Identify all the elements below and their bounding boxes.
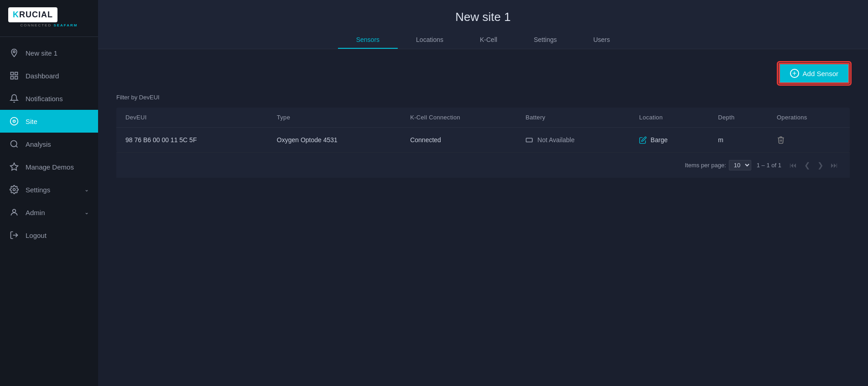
sidebar-item-analysis-label: Analysis [26,140,51,148]
sidebar: KRUCIAL CONNECTED SEAFARM New site 1 [0,0,98,386]
tab-locations[interactable]: Locations [398,31,462,49]
page-title: New site 1 [98,10,868,24]
cell-operations [768,128,850,153]
cell-battery: Not Available [516,128,630,153]
svg-rect-4 [15,77,18,79]
svg-rect-3 [11,77,14,79]
sidebar-item-settings[interactable]: Settings ⌄ [0,178,98,201]
main-content: New site 1 Sensors Locations K-Cell Sett… [98,0,868,386]
cell-location: Barge [630,128,709,153]
sidebar-item-dashboard[interactable]: Dashboard [0,64,98,87]
sidebar-item-notifications-label: Notifications [26,95,63,103]
kcell-status: Connected [410,136,441,144]
sidebar-item-manage-demos-label: Manage Demos [26,163,74,171]
svg-marker-8 [10,163,18,170]
filter-label: Filter by DevEUI [116,94,160,101]
svg-point-7 [11,141,17,147]
logo-box: KRUCIAL [8,7,57,22]
page-range: 1 – 1 of 1 [757,162,781,169]
sidebar-item-admin-label: Admin [26,209,45,216]
sidebar-item-manage-demos[interactable]: Manage Demos [0,155,98,178]
items-per-page: Items per page: 5 10 25 50 [685,160,751,170]
location-pin-icon [9,48,19,58]
tab-sensors[interactable]: Sensors [338,31,398,49]
cell-kcell: Connected [401,128,516,153]
sensor-table: DevEUI Type K-Cell Connection Battery Lo… [116,108,850,152]
location-name: Barge [650,136,667,144]
cell-deveui: 98 76 B6 00 00 11 5C 5F [116,128,268,153]
bell-icon [9,93,19,103]
logout-icon [9,230,19,240]
svg-rect-12 [526,138,533,142]
sidebar-item-settings-label: Settings [26,186,50,194]
dashboard-icon [9,71,19,81]
add-sensor-button[interactable]: + Add Sensor [779,63,850,84]
sidebar-item-site[interactable]: Site [0,110,98,133]
tab-users[interactable]: Users [575,31,629,49]
top-actions: + Add Sensor [116,63,850,84]
table-body: 98 76 B6 00 00 11 5C 5F Oxygen Optode 45… [116,128,850,153]
col-operations: Operations [768,108,850,128]
sidebar-item-notifications[interactable]: Notifications [0,87,98,110]
last-page-button[interactable]: ⏭ [828,160,841,171]
sidebar-item-logout[interactable]: Logout [0,224,98,247]
admin-icon [9,207,19,217]
sidebar-item-new-site[interactable]: New site 1 [0,41,98,64]
next-page-button[interactable]: ❯ [815,159,826,171]
svg-point-5 [10,118,18,125]
items-per-page-select[interactable]: 5 10 25 50 [729,160,751,170]
chevron-down-icon: ⌄ [84,186,89,193]
sidebar-item-logout-label: Logout [26,232,47,239]
first-page-button[interactable]: ⏮ [787,160,800,171]
table-row: 98 76 B6 00 00 11 5C 5F Oxygen Optode 45… [116,128,850,153]
sidebar-item-admin[interactable]: Admin ⌄ [0,201,98,224]
svg-point-10 [13,209,16,212]
filter-row: Filter by DevEUI [116,93,850,101]
logo-subtitle: CONNECTED SEAFARM [8,23,90,27]
tab-k-cell[interactable]: K-Cell [462,31,515,49]
cell-type: Oxygen Optode 4531 [268,128,401,153]
site-icon [9,116,19,126]
chevron-down-icon-admin: ⌄ [84,209,89,216]
sensor-table-container: DevEUI Type K-Cell Connection Battery Lo… [116,108,850,178]
page-header: New site 1 Sensors Locations K-Cell Sett… [98,0,868,49]
plus-circle-icon: + [790,69,799,78]
delete-button[interactable] [777,136,841,144]
add-sensor-label: Add Sensor [803,70,838,77]
prev-page-button[interactable]: ❮ [801,159,813,171]
col-battery: Battery [516,108,630,128]
col-deveui: DevEUI [116,108,268,128]
col-kcell: K-Cell Connection [401,108,516,128]
page-title-area: New site 1 [98,10,868,31]
cell-depth: m [709,128,768,153]
analysis-icon [9,139,19,149]
sidebar-item-analysis[interactable]: Analysis [0,133,98,155]
sensors-content: + Add Sensor Filter by DevEUI DevEUI Typ… [98,49,868,386]
page-nav-buttons: ⏮ ❮ ❯ ⏭ [787,159,841,171]
svg-point-0 [13,51,15,52]
svg-point-6 [13,120,16,123]
sidebar-item-site-label: Site [26,118,37,125]
battery-icon [525,136,534,144]
table-header: DevEUI Type K-Cell Connection Battery Lo… [116,108,850,128]
col-type: Type [268,108,401,128]
tabs-bar: Sensors Locations K-Cell Settings Users [98,31,868,49]
logo-text: KRUCIAL [13,10,53,20]
svg-point-9 [13,189,16,191]
svg-rect-2 [15,72,18,75]
pagination-row: Items per page: 5 10 25 50 1 – 1 of 1 ⏮ … [116,152,850,178]
settings-icon [9,185,19,195]
nav-items: New site 1 Dashboard Notifications [0,37,98,386]
sidebar-item-dashboard-label: Dashboard [26,72,59,80]
col-location: Location [630,108,709,128]
logo-area: KRUCIAL CONNECTED SEAFARM [0,0,98,37]
sidebar-item-new-site-label: New site 1 [26,49,57,57]
col-depth: Depth [709,108,768,128]
battery-status: Not Available [537,136,574,144]
items-per-page-label: Items per page: [685,162,726,169]
location-edit-icon[interactable] [639,136,647,144]
star-icon [9,162,19,172]
tab-settings[interactable]: Settings [515,31,575,49]
svg-rect-1 [11,72,14,75]
